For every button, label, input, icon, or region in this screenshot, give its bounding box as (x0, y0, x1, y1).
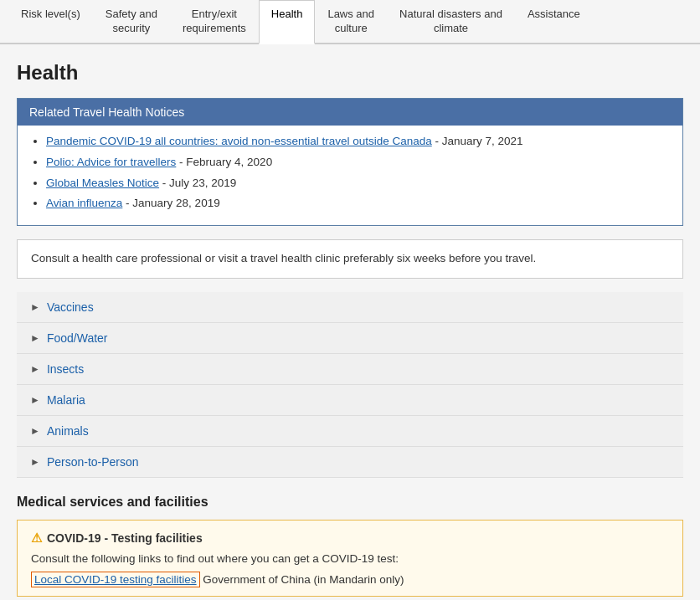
tab-entry-exit[interactable]: Entry/exitrequirements (170, 0, 259, 43)
section-vaccines-label: Vaccines (47, 300, 94, 314)
notice-link-2[interactable]: Polio: Advice for travellers (46, 156, 176, 168)
section-vaccines[interactable]: ► Vaccines (17, 292, 683, 323)
medical-services-heading: Medical services and facilities (17, 495, 683, 510)
notices-body: Pandemic COVID-19 all countries: avoid n… (18, 126, 682, 226)
notice-link-3[interactable]: Global Measles Notice (46, 177, 159, 189)
section-person-to-person-label: Person-to-Person (47, 455, 139, 469)
covid-testing-link[interactable]: Local COVID-19 testing facilities (31, 572, 200, 587)
notice-item-1: Pandemic COVID-19 all countries: avoid n… (46, 134, 671, 150)
notice-link-4[interactable]: Avian influenza (46, 197, 122, 209)
covid-title-text: COVID-19 - Testing facilities (47, 531, 203, 545)
covid-box: ⚠ COVID-19 - Testing facilities Consult … (17, 520, 683, 597)
covid-title: ⚠ COVID-19 - Testing facilities (31, 531, 669, 546)
notice-item-4: Avian influenza - January 28, 2019 (46, 196, 671, 212)
warning-icon: ⚠ (31, 531, 42, 546)
info-box-text: Consult a health care professional or vi… (31, 252, 536, 264)
section-animals[interactable]: ► Animals (17, 416, 683, 447)
chevron-right-icon: ► (30, 394, 40, 406)
section-person-to-person[interactable]: ► Person-to-Person (17, 447, 683, 478)
main-content: Health Related Travel Health Notices Pan… (0, 44, 700, 600)
section-insects-label: Insects (47, 362, 84, 376)
section-animals-label: Animals (47, 424, 89, 438)
tab-navigation: Risk level(s) Safety andsecurity Entry/e… (0, 0, 700, 44)
section-insects[interactable]: ► Insects (17, 354, 683, 385)
covid-after-link: Government of China (in Mandarin only) (200, 573, 404, 586)
chevron-right-icon: ► (30, 425, 40, 437)
chevron-right-icon: ► (30, 456, 40, 468)
section-food-water[interactable]: ► Food/Water (17, 323, 683, 354)
tab-safety-security[interactable]: Safety andsecurity (93, 0, 170, 43)
covid-link-area: Local COVID-19 testing facilities Govern… (31, 572, 669, 586)
covid-body-text: Consult the following links to find out … (31, 551, 669, 567)
notices-box: Related Travel Health Notices Pandemic C… (17, 98, 683, 227)
tab-assistance[interactable]: Assistance (515, 0, 593, 43)
chevron-right-icon: ► (30, 363, 40, 375)
section-malaria[interactable]: ► Malaria (17, 385, 683, 416)
page-title: Health (17, 61, 683, 85)
info-box: Consult a health care professional or vi… (17, 239, 683, 278)
chevron-right-icon: ► (30, 332, 40, 344)
notice-item-2: Polio: Advice for travellers - February … (46, 155, 671, 171)
chevron-right-icon: ► (30, 301, 40, 313)
notices-header: Related Travel Health Notices (18, 99, 682, 126)
tab-health[interactable]: Health (259, 0, 316, 44)
tab-natural-disasters[interactable]: Natural disasters andclimate (387, 0, 515, 43)
notice-item-3: Global Measles Notice - July 23, 2019 (46, 176, 671, 192)
tab-laws-culture[interactable]: Laws andculture (315, 0, 387, 43)
notice-link-1[interactable]: Pandemic COVID-19 all countries: avoid n… (46, 135, 432, 147)
tab-risk-level[interactable]: Risk level(s) (8, 0, 93, 43)
section-food-water-label: Food/Water (47, 331, 108, 345)
collapsible-sections: ► Vaccines ► Food/Water ► Insects ► Mala… (17, 292, 683, 478)
section-malaria-label: Malaria (47, 393, 85, 407)
